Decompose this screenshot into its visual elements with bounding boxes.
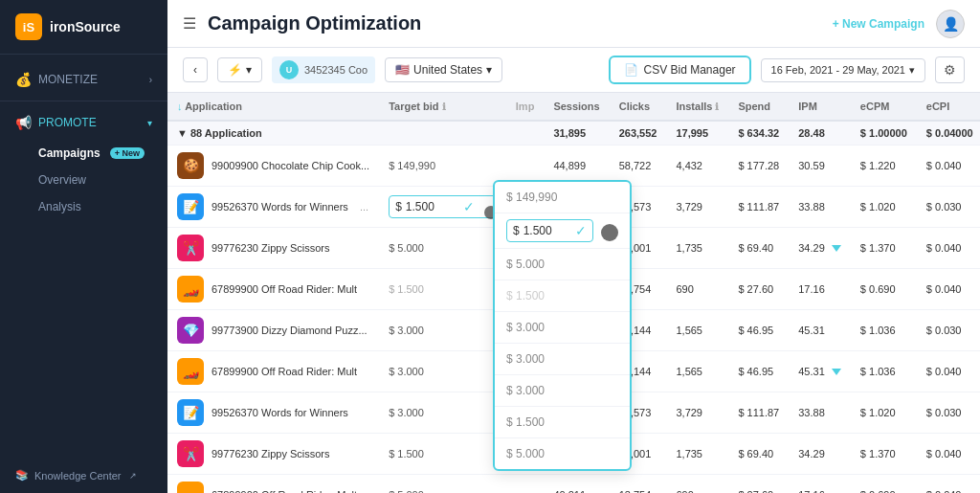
logo-text: ironSource: [50, 19, 121, 34]
new-campaign-button[interactable]: + New Campaign: [833, 17, 924, 31]
bid-overlay-row-8: $ 1.500: [495, 407, 630, 438]
table-row: 🏎️ 67899900 Off Road Rider: Mult $ 5.000…: [167, 475, 980, 494]
group-sessions: 31,895: [544, 121, 609, 146]
monetize-icon: 💰: [15, 72, 31, 87]
app-cell: 🏎️ 67899900 Off Road Rider: Mult: [167, 269, 379, 310]
hamburger-icon[interactable]: ☰: [183, 14, 196, 33]
col-installs[interactable]: Installs ℹ: [666, 93, 728, 121]
column-settings-button[interactable]: ⚙: [935, 56, 965, 83]
app-cell: 🏎️ 67899900 Off Road Rider: Mult: [167, 351, 379, 392]
app-icon: 🍪: [177, 152, 204, 179]
target-bid-overlay: $ 149,990 $ ✓ $ 5.000 $ 1.500 $ 3.: [493, 180, 632, 471]
app-cell: 🏎️ 67899900 Off Road Rider: Mult: [167, 475, 379, 494]
bid-overlay-row-6: $ 3.000: [495, 344, 630, 375]
filter-button[interactable]: ⚡▾: [217, 57, 262, 82]
bid-overlay-row-1: $ 149,990: [495, 182, 630, 213]
col-imp[interactable]: Imp: [506, 93, 545, 121]
main-header: ☰ Campaign Optimization + New Campaign 👤: [167, 0, 980, 48]
check-icon[interactable]: ✓: [463, 199, 475, 214]
date-range-picker[interactable]: 16 Feb, 2021 - 29 May, 2021 ▾: [761, 58, 925, 82]
cursor-area: [479, 200, 490, 213]
sidebar: iS ironSource 💰 MONETIZE › 📢 PROMOTE ▾ C…: [0, 0, 167, 493]
group-bid: [379, 121, 506, 146]
arrow-down-icon: ↓: [177, 101, 183, 112]
group-ipm: 28.48: [789, 121, 851, 146]
overlay-check-icon[interactable]: ✓: [575, 223, 587, 238]
bid-overlay-row-9: $ 5.000: [495, 438, 630, 469]
app-cell: 💎 99773900 Dizzy Diamond Puzz...: [167, 310, 379, 351]
col-target-bid[interactable]: Target bid ℹ: [379, 93, 506, 121]
app-icon: 📝: [177, 399, 204, 426]
sidebar-monetize-section: 💰 MONETIZE › 📢 PROMOTE ▾ Campaigns + New…: [0, 55, 167, 228]
bid-overlay-row-5: $ 3.000: [495, 312, 630, 344]
sidebar-item-monetize[interactable]: 💰 MONETIZE ›: [0, 62, 167, 97]
app-icon: 🏎️: [177, 482, 204, 493]
bid-overlay-row-2[interactable]: $ ✓: [495, 213, 630, 249]
app-cell: 🍪 99009900 Chocolate Chip Cook...: [167, 146, 379, 187]
col-application[interactable]: ↓ Application: [167, 93, 379, 121]
sidebar-item-campaigns[interactable]: Campaigns + New: [0, 140, 167, 167]
logo-icon: iS: [15, 13, 42, 40]
trend-down-icon: [832, 369, 841, 375]
calendar-chevron-icon: ▾: [909, 64, 915, 77]
promote-icon: 📢: [15, 115, 31, 130]
country-chevron-icon: ▾: [486, 63, 492, 77]
group-imp: [506, 121, 545, 146]
page-title: Campaign Optimization: [208, 12, 821, 34]
app-icon: 🏎️: [177, 276, 204, 303]
chevron-down-icon: ▾: [147, 118, 152, 128]
group-installs: 17,995: [666, 121, 728, 146]
user-badge-avatar: U: [279, 60, 299, 79]
bid-editing-field[interactable]: $ ✓: [389, 195, 497, 218]
bid-input[interactable]: [406, 200, 454, 213]
sidebar-item-analysis[interactable]: Analysis: [0, 193, 167, 220]
bid-overlay-row-4: $ 1.500: [495, 280, 630, 312]
table-wrapper: ↓ Application Target bid ℹ Imp Sessions …: [167, 93, 980, 493]
user-avatar[interactable]: 👤: [936, 10, 965, 38]
bid-overlay-input[interactable]: [523, 224, 566, 237]
chevron-right-icon: ›: [149, 75, 152, 85]
bid-editing-overlay[interactable]: $ ✓: [506, 219, 593, 242]
sidebar-logo: iS ironSource: [0, 0, 167, 55]
app-icon: 🏎️: [177, 358, 204, 385]
knowledge-center-link[interactable]: 📚 Knowledge Center ↗: [0, 458, 167, 493]
col-spend[interactable]: Spend: [728, 93, 789, 121]
app-icon: 📝: [177, 193, 204, 220]
col-ecpi[interactable]: eCPI: [917, 93, 980, 121]
group-spend: $ 634.32: [728, 121, 789, 146]
main-content: ☰ Campaign Optimization + New Campaign 👤…: [167, 0, 980, 493]
group-ecpm: $ 1.00000: [851, 121, 917, 146]
col-ipm[interactable]: IPM: [789, 93, 851, 121]
knowledge-icon: 📚: [15, 469, 29, 482]
sidebar-item-promote[interactable]: 📢 PROMOTE ▾: [0, 105, 167, 140]
col-ecpm[interactable]: eCPM: [851, 93, 917, 121]
group-label: ▼ 88 Application: [167, 121, 379, 146]
bid-overlay-row-7: $ 3.000: [495, 375, 630, 407]
group-ecpi: $ 0.04000: [917, 121, 980, 146]
group-header-row: ▼ 88 Application 31,895 263,552 17,995 $…: [167, 121, 980, 146]
app-cell: 📝 99526370 Words for Winners: [167, 392, 379, 434]
app-cell: 📝 99526370 Words for Winners ...: [167, 187, 379, 228]
bid-overlay-row-3: $ 5.000: [495, 249, 630, 280]
new-badge[interactable]: + New: [110, 147, 145, 159]
back-button[interactable]: ‹: [183, 57, 208, 82]
expand-icon[interactable]: ▼: [177, 127, 188, 139]
toolbar: ‹ ⚡▾ U 3452345 Coo 🇺🇸 United States ▾ 📄 …: [167, 48, 980, 93]
external-link-icon: ↗: [129, 471, 137, 481]
app-cell: ✂️ 99776230 Zippy Scissors: [167, 434, 379, 475]
app-icon: 💎: [177, 317, 204, 344]
table-header-row: ↓ Application Target bid ℹ Imp Sessions …: [167, 93, 980, 121]
mouse-cursor: [601, 224, 618, 241]
user-badge: U 3452345 Coo: [272, 56, 375, 83]
csv-bid-manager-button[interactable]: 📄 CSV Bid Manager: [609, 56, 751, 84]
country-select[interactable]: 🇺🇸 United States ▾: [385, 57, 502, 82]
trend-down-icon: [832, 245, 841, 252]
filter-icon: ⚡: [228, 63, 242, 77]
app-cell: ✂️ 99776230 Zippy Scissors: [167, 228, 379, 269]
flag-icon: 🇺🇸: [395, 63, 410, 77]
col-clicks[interactable]: Clicks: [610, 93, 667, 121]
csv-icon: 📄: [624, 63, 638, 77]
sidebar-item-overview[interactable]: Overview: [0, 167, 167, 193]
group-clicks: 263,552: [610, 121, 667, 146]
col-sessions[interactable]: Sessions: [544, 93, 609, 121]
